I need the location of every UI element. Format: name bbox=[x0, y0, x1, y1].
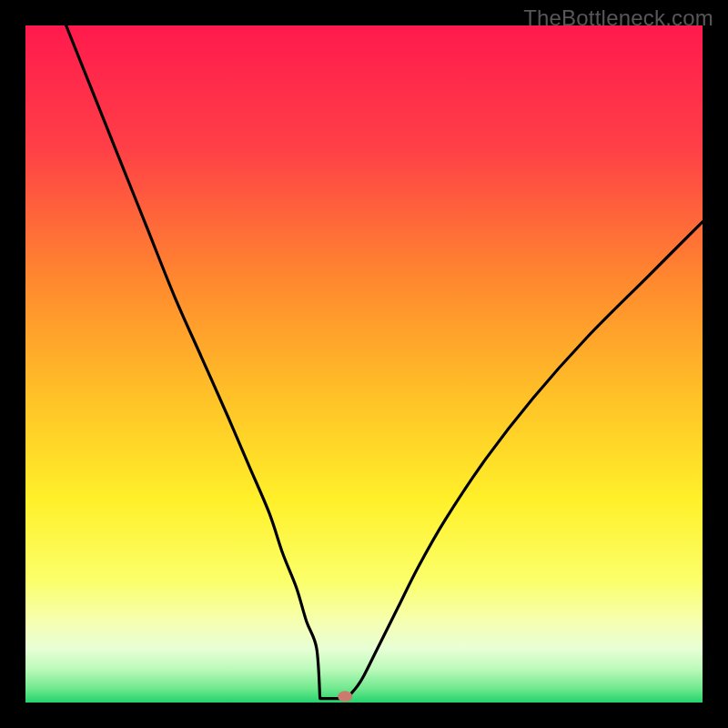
chart-frame: TheBottleneck.com bbox=[0, 0, 728, 728]
plot-area bbox=[25, 25, 703, 703]
watermark-text: TheBottleneck.com bbox=[523, 5, 713, 31]
bottleneck-chart bbox=[25, 25, 703, 703]
optimal-point-marker bbox=[338, 691, 352, 702]
gradient-background bbox=[25, 25, 703, 703]
